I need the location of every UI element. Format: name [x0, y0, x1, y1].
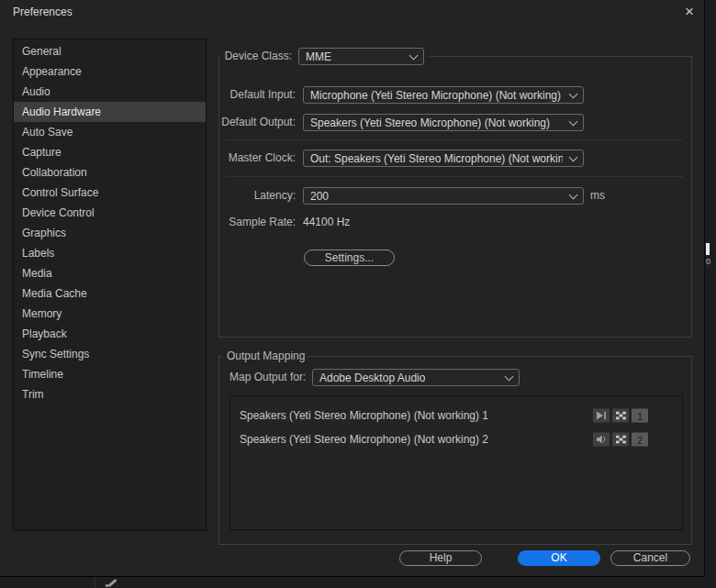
separator — [226, 139, 683, 140]
default-input-dropdown[interactable]: Microphone (Yeti Stereo Microphone) (Not… — [303, 86, 584, 104]
sidebar-item-playback[interactable]: Playback — [14, 324, 206, 344]
device-class-dropdown[interactable]: MME — [298, 48, 424, 65]
output-channel-list: Speakers (Yeti Stereo Microphone) (Not w… — [229, 395, 683, 530]
background-app-right-strip: 0 — [705, 0, 716, 588]
map-output-value: Adobe Desktop Audio — [319, 372, 425, 384]
default-output-value: Speakers (Yeti Stereo Microphone) (Not w… — [310, 116, 550, 129]
sidebar-item-device-control[interactable]: Device Control — [14, 203, 206, 223]
wrench-icon — [107, 579, 117, 587]
map-output-for-label: Map Output for: — [229, 369, 312, 386]
default-input-value: Microphone (Yeti Stereo Microphone) (Not… — [310, 89, 561, 102]
sidebar-item-graphics[interactable]: Graphics — [14, 223, 206, 243]
sidebar-item-media[interactable]: Media — [14, 263, 206, 283]
device-class-label: Device Class: — [215, 48, 292, 65]
background-app-bottom-strip — [0, 576, 705, 588]
default-output-dropdown[interactable]: Speakers (Yeti Stereo Microphone) (Not w… — [303, 114, 584, 131]
dialog-title: Preferences — [13, 6, 73, 18]
sidebar-item-audio-hardware[interactable]: Audio Hardware — [14, 102, 206, 122]
chevron-down-icon — [569, 89, 578, 98]
sidebar-item-memory[interactable]: Memory — [14, 304, 206, 324]
separator — [226, 176, 683, 177]
channel-label: Speakers (Yeti Stereo Microphone) (Not w… — [230, 433, 488, 446]
channel-number-badge[interactable]: 2 — [632, 433, 648, 447]
background-panel-divider — [95, 577, 95, 588]
background-meter-sliver — [706, 243, 710, 255]
latency-unit-label: ms — [590, 187, 618, 205]
channel-grid-icon-button[interactable] — [612, 433, 629, 447]
sidebar-item-trim[interactable]: Trim — [14, 384, 206, 405]
chevron-down-icon — [409, 50, 419, 60]
sidebar-item-auto-save[interactable]: Auto Save — [14, 122, 206, 142]
latency-dropdown[interactable]: 200 — [303, 187, 584, 205]
sidebar-item-sync-settings[interactable]: Sync Settings — [14, 344, 206, 364]
sidebar-item-timeline[interactable]: Timeline — [14, 364, 206, 384]
latency-value: 200 — [310, 190, 329, 203]
channel-number-badge[interactable]: 1 — [632, 409, 648, 423]
sidebar-item-capture[interactable]: Capture — [14, 142, 206, 162]
sidebar-item-audio[interactable]: Audio — [14, 82, 206, 102]
sidebar-item-control-surface[interactable]: Control Surface — [14, 183, 206, 203]
chevron-down-icon — [569, 152, 578, 161]
sidebar-item-media-cache[interactable]: Media Cache — [14, 283, 206, 304]
map-output-dropdown[interactable]: Adobe Desktop Audio — [312, 369, 520, 386]
chevron-down-icon — [569, 190, 578, 199]
sidebar-item-appearance[interactable]: Appearance — [14, 61, 206, 82]
play-icon-button[interactable] — [593, 409, 610, 423]
channel-label: Speakers (Yeti Stereo Microphone) (Not w… — [230, 409, 488, 422]
sample-rate-label: Sample Rate: — [184, 214, 296, 231]
channel-controls: 1 — [593, 409, 648, 423]
channel-row: Speakers (Yeti Stereo Microphone) (Not w… — [230, 427, 682, 451]
chevron-down-icon — [569, 116, 578, 126]
ok-button[interactable]: OK — [518, 550, 600, 566]
speaker-icon-button[interactable] — [593, 433, 610, 447]
master-clock-label: Master Clock: — [184, 150, 296, 167]
channel-controls: 2 — [593, 433, 648, 447]
default-output-label: Default Output: — [184, 114, 296, 131]
default-input-label: Default Input: — [184, 86, 296, 104]
channel-grid-icon-button[interactable] — [612, 409, 629, 423]
wrench-icon-dot — [106, 584, 108, 587]
sidebar-item-collaboration[interactable]: Collaboration — [14, 162, 206, 183]
titlebar: Preferences × — [0, 0, 704, 24]
background-meter-zero-label: 0 — [706, 257, 710, 266]
chevron-down-icon — [505, 372, 514, 381]
preferences-dialog: Preferences × GeneralAppearanceAudioAudi… — [0, 0, 705, 577]
help-button[interactable]: Help — [399, 550, 482, 566]
sidebar-item-general[interactable]: General — [14, 41, 206, 61]
master-clock-value: Out: Speakers (Yeti Stereo Microphone) (… — [310, 152, 563, 165]
channel-row: Speakers (Yeti Stereo Microphone) (Not w… — [230, 404, 682, 427]
device-class-value: MME — [306, 50, 331, 63]
sample-rate-value: 44100 Hz — [303, 214, 350, 231]
cancel-button[interactable]: Cancel — [610, 550, 690, 566]
latency-label: Latency: — [184, 187, 296, 205]
output-mapping-legend: Output Mapping — [227, 349, 319, 362]
master-clock-dropdown[interactable]: Out: Speakers (Yeti Stereo Microphone) (… — [303, 150, 584, 167]
close-icon[interactable]: × — [685, 2, 694, 22]
settings-button[interactable]: Settings... — [304, 250, 395, 266]
preferences-category-list: GeneralAppearanceAudioAudio HardwareAuto… — [13, 39, 207, 531]
sidebar-item-labels[interactable]: Labels — [14, 243, 206, 263]
